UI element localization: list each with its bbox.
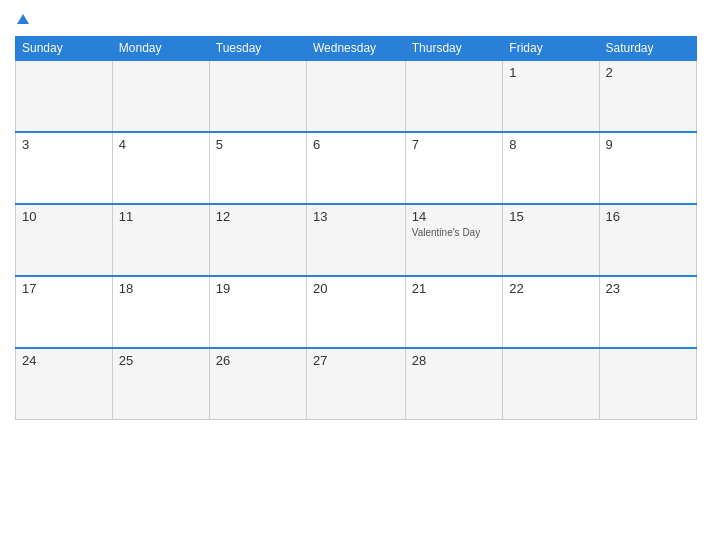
calendar-cell: 9	[599, 132, 697, 204]
weekday-header-monday: Monday	[112, 36, 209, 60]
calendar-cell: 18	[112, 276, 209, 348]
calendar-thead: SundayMondayTuesdayWednesdayThursdayFrid…	[16, 36, 697, 60]
calendar-cell: 2	[599, 60, 697, 132]
calendar-week-row: 1011121314Valentine's Day1516	[16, 204, 697, 276]
logo-triangle-icon	[17, 14, 29, 24]
calendar-header	[15, 10, 697, 28]
weekday-header-saturday: Saturday	[599, 36, 697, 60]
calendar-cell: 13	[306, 204, 405, 276]
weekday-header-tuesday: Tuesday	[209, 36, 306, 60]
calendar-cell: 12	[209, 204, 306, 276]
calendar-cell: 10	[16, 204, 113, 276]
day-number: 27	[313, 353, 399, 368]
calendar-cell	[503, 348, 599, 420]
calendar-cell: 4	[112, 132, 209, 204]
day-number: 11	[119, 209, 203, 224]
calendar-cell: 7	[405, 132, 503, 204]
weekday-header-friday: Friday	[503, 36, 599, 60]
calendar-cell: 3	[16, 132, 113, 204]
day-number: 15	[509, 209, 592, 224]
weekday-header-row: SundayMondayTuesdayWednesdayThursdayFrid…	[16, 36, 697, 60]
calendar-cell: 17	[16, 276, 113, 348]
day-number: 24	[22, 353, 106, 368]
calendar-cell: 1	[503, 60, 599, 132]
calendar-week-row: 17181920212223	[16, 276, 697, 348]
calendar-cell: 8	[503, 132, 599, 204]
calendar-cell: 27	[306, 348, 405, 420]
calendar-week-row: 12	[16, 60, 697, 132]
calendar-cell: 11	[112, 204, 209, 276]
day-number: 7	[412, 137, 497, 152]
weekday-header-wednesday: Wednesday	[306, 36, 405, 60]
day-number: 4	[119, 137, 203, 152]
calendar-cell: 23	[599, 276, 697, 348]
calendar-cell	[405, 60, 503, 132]
day-number: 23	[606, 281, 691, 296]
day-number: 12	[216, 209, 300, 224]
calendar-cell: 19	[209, 276, 306, 348]
calendar-body: 1234567891011121314Valentine's Day151617…	[16, 60, 697, 420]
calendar-container: SundayMondayTuesdayWednesdayThursdayFrid…	[0, 0, 712, 550]
calendar-cell: 20	[306, 276, 405, 348]
day-number: 26	[216, 353, 300, 368]
calendar-table: SundayMondayTuesdayWednesdayThursdayFrid…	[15, 36, 697, 421]
day-number: 19	[216, 281, 300, 296]
day-number: 25	[119, 353, 203, 368]
calendar-cell: 28	[405, 348, 503, 420]
day-number: 13	[313, 209, 399, 224]
calendar-cell: 25	[112, 348, 209, 420]
weekday-header-sunday: Sunday	[16, 36, 113, 60]
day-number: 22	[509, 281, 592, 296]
day-event: Valentine's Day	[412, 227, 497, 238]
calendar-cell	[112, 60, 209, 132]
day-number: 18	[119, 281, 203, 296]
calendar-cell: 24	[16, 348, 113, 420]
calendar-cell: 14Valentine's Day	[405, 204, 503, 276]
day-number: 9	[606, 137, 691, 152]
calendar-cell	[209, 60, 306, 132]
calendar-cell: 16	[599, 204, 697, 276]
day-number: 14	[412, 209, 497, 224]
day-number: 8	[509, 137, 592, 152]
logo	[15, 10, 29, 28]
calendar-cell: 5	[209, 132, 306, 204]
calendar-cell: 26	[209, 348, 306, 420]
calendar-week-row: 3456789	[16, 132, 697, 204]
weekday-header-thursday: Thursday	[405, 36, 503, 60]
day-number: 20	[313, 281, 399, 296]
day-number: 28	[412, 353, 497, 368]
calendar-cell	[599, 348, 697, 420]
day-number: 6	[313, 137, 399, 152]
day-number: 21	[412, 281, 497, 296]
calendar-cell	[306, 60, 405, 132]
day-number: 3	[22, 137, 106, 152]
day-number: 10	[22, 209, 106, 224]
day-number: 1	[509, 65, 592, 80]
logo-blue-text	[15, 10, 29, 28]
day-number: 2	[606, 65, 691, 80]
calendar-week-row: 2425262728	[16, 348, 697, 420]
calendar-cell: 6	[306, 132, 405, 204]
calendar-cell: 15	[503, 204, 599, 276]
day-number: 5	[216, 137, 300, 152]
calendar-cell: 21	[405, 276, 503, 348]
day-number: 16	[606, 209, 691, 224]
calendar-cell	[16, 60, 113, 132]
day-number: 17	[22, 281, 106, 296]
calendar-cell: 22	[503, 276, 599, 348]
